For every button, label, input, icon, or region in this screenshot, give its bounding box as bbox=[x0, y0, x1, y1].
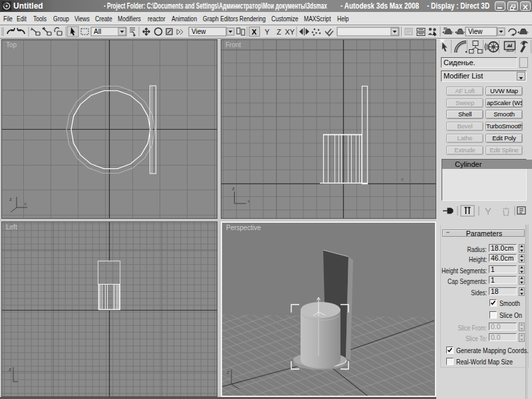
svg-text:X: X bbox=[252, 28, 257, 36]
svg-text:x: x bbox=[247, 198, 250, 204]
svg-text:z: z bbox=[227, 369, 229, 375]
svg-text:View: View bbox=[468, 28, 483, 35]
svg-text:z: z bbox=[9, 196, 12, 202]
svg-text:Z: Z bbox=[277, 28, 281, 36]
svg-text:Y: Y bbox=[265, 28, 270, 36]
svg-text:View: View bbox=[192, 28, 206, 35]
svg-text:All: All bbox=[94, 28, 101, 35]
svg-text:x: x bbox=[401, 176, 404, 182]
svg-text:XY: XY bbox=[285, 28, 295, 36]
svg-text:x: x bbox=[24, 201, 27, 207]
svg-text:z: z bbox=[232, 186, 235, 192]
svg-text:z: z bbox=[9, 366, 11, 372]
